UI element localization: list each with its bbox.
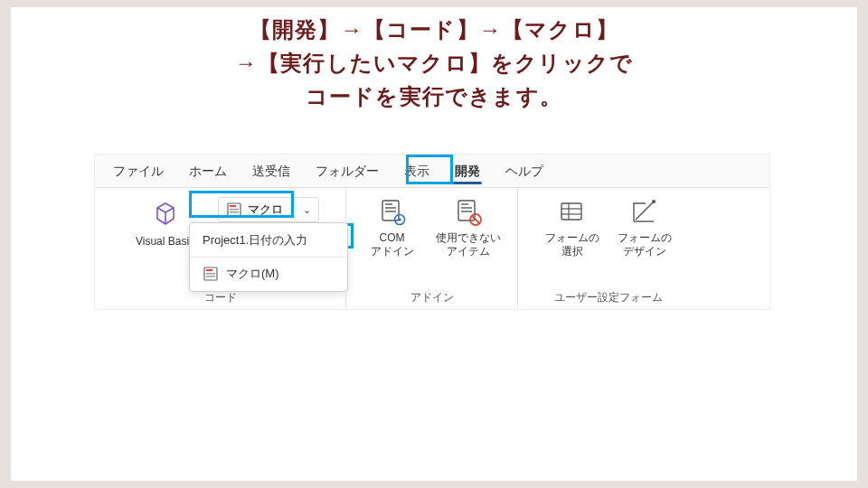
tab-file[interactable]: ファイル: [102, 158, 175, 184]
design-form-icon: [629, 197, 660, 228]
macro-menu-item-project[interactable]: Project1.日付の入力: [190, 227, 347, 254]
svg-rect-17: [461, 211, 472, 212]
instruction-line-1: 【開発】→【コード】→【マクロ】: [0, 13, 868, 46]
tab-developer[interactable]: 開発: [444, 158, 491, 184]
choose-form-button[interactable]: フォームの選択: [543, 193, 601, 258]
choose-form-icon: [557, 197, 588, 228]
macro-item-1-label: Project1.日付の入力: [203, 232, 307, 249]
design-form-button[interactable]: フォームのデザイン: [616, 193, 674, 258]
svg-point-24: [652, 200, 656, 203]
svg-rect-16: [461, 207, 472, 209]
svg-rect-3: [230, 211, 239, 213]
svg-point-13: [398, 218, 401, 221]
macro-menu-item-macros[interactable]: マクロ(M): [190, 260, 347, 287]
macro-dropdown-button[interactable]: マクロ ⌄: [218, 197, 319, 222]
com-addins-label: COMアドイン: [371, 231, 414, 258]
tab-send-receive[interactable]: 送受信: [241, 158, 301, 184]
disabled-items-label: 使用できないアイテム: [436, 231, 501, 258]
choose-form-label: フォームの選択: [545, 231, 599, 258]
svg-rect-15: [461, 203, 468, 205]
group-addins: COMアドイン 使用できないアイテム アドイン: [346, 188, 518, 309]
ribbon-tabs: ファイル ホーム 送受信 フォルダー 表示 開発 ヘルプ: [95, 155, 769, 187]
tab-view[interactable]: 表示: [393, 158, 440, 184]
macro-icon: [226, 202, 242, 218]
svg-rect-20: [561, 203, 581, 220]
svg-rect-10: [385, 207, 396, 209]
tab-folder[interactable]: フォルダー: [305, 158, 390, 184]
svg-rect-9: [385, 203, 392, 205]
svg-rect-11: [385, 211, 396, 212]
chevron-down-icon: ⌄: [303, 204, 311, 216]
group-forms-label: ユーザー設定フォーム: [554, 287, 663, 305]
svg-line-19: [472, 216, 479, 223]
macro-split-button[interactable]: マクロ ⌄: [218, 193, 319, 222]
instruction-line-2: →【実行したいマクロ】をクリックで: [0, 46, 868, 80]
com-addins-button[interactable]: COMアドイン: [363, 193, 421, 258]
disabled-items-button[interactable]: 使用できないアイテム: [436, 193, 501, 258]
svg-rect-6: [206, 273, 215, 275]
com-addins-icon: [377, 197, 408, 228]
instruction-text: 【開発】→【コード】→【マクロ】 →【実行したいマクロ】をクリックで コードを実…: [0, 13, 868, 114]
svg-rect-2: [230, 209, 239, 211]
svg-rect-7: [206, 276, 215, 277]
macro-button-label: マクロ: [248, 202, 283, 218]
instruction-line-3: コードを実行できます。: [0, 80, 868, 113]
group-addins-label: アドイン: [410, 287, 454, 305]
group-code: Visual Basic マクロ ⌄ コード Project1.日付の入力: [95, 188, 346, 309]
svg-rect-1: [230, 205, 236, 207]
ribbon-body: Visual Basic マクロ ⌄ コード Project1.日付の入力: [95, 187, 769, 309]
tab-help[interactable]: ヘルプ: [495, 158, 554, 184]
group-forms: フォームの選択 フォームのデザイン ユーザー設定フォーム: [518, 188, 699, 309]
macro-item-2-label: マクロ(M): [226, 266, 279, 282]
design-form-label: フォームのデザイン: [618, 231, 672, 258]
visual-basic-icon: [148, 197, 183, 231]
disabled-items-icon: [453, 197, 484, 228]
macro-dropdown-menu: Project1.日付の入力 マクロ(M): [189, 222, 348, 292]
macro-list-icon: [203, 266, 219, 282]
visual-basic-label: Visual Basic: [136, 235, 194, 249]
menu-separator: [190, 257, 347, 258]
ribbon-window: ファイル ホーム 送受信 フォルダー 表示 開発 ヘルプ: [94, 154, 770, 310]
tab-home[interactable]: ホーム: [178, 158, 238, 184]
svg-rect-5: [206, 269, 212, 271]
